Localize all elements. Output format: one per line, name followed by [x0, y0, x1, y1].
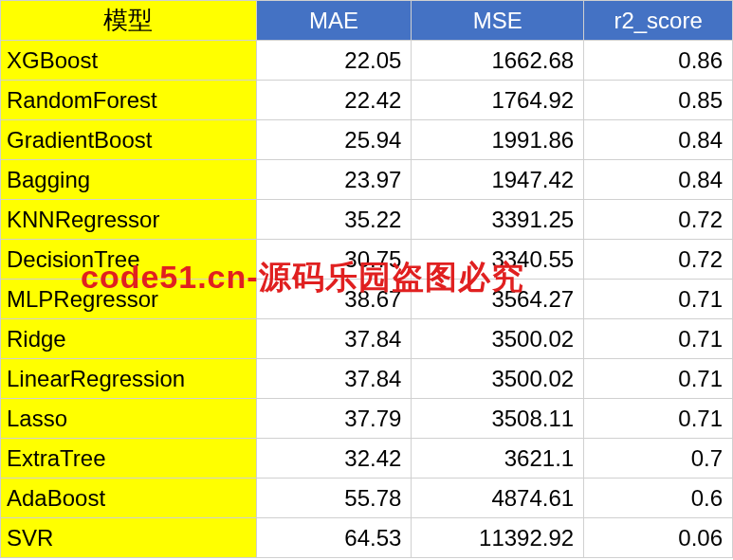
- table-row: RandomForest22.421764.920.85: [1, 81, 733, 120]
- mse-cell: 3500.02: [412, 359, 584, 399]
- header-r2: r2_score: [584, 1, 733, 41]
- r2-cell: 0.84: [584, 120, 733, 160]
- mae-cell: 37.84: [256, 359, 412, 399]
- model-name-cell: GradientBoost: [1, 120, 257, 160]
- mse-cell: 1662.68: [412, 41, 584, 81]
- r2-cell: 0.84: [584, 160, 733, 200]
- r2-cell: 0.72: [584, 200, 733, 240]
- table-row: ExtraTree32.423621.10.7: [1, 439, 733, 479]
- mae-cell: 25.94: [256, 120, 412, 160]
- model-metrics-table: 模型 MAE MSE r2_score XGBoost22.051662.680…: [0, 0, 733, 558]
- r2-cell: 0.7: [584, 439, 733, 479]
- mse-cell: 11392.92: [412, 518, 584, 558]
- r2-cell: 0.85: [584, 81, 733, 120]
- model-name-cell: RandomForest: [1, 81, 257, 120]
- mae-cell: 23.97: [256, 160, 412, 200]
- mse-cell: 1947.42: [412, 160, 584, 200]
- mae-cell: 32.42: [256, 439, 412, 479]
- table-row: Ridge37.843500.020.71: [1, 319, 733, 359]
- mse-cell: 3500.02: [412, 319, 584, 359]
- table-row: DecisionTree30.753340.550.72: [1, 240, 733, 280]
- r2-cell: 0.72: [584, 240, 733, 280]
- r2-cell: 0.71: [584, 359, 733, 399]
- mae-cell: 37.84: [256, 319, 412, 359]
- mae-cell: 38.67: [256, 280, 412, 319]
- model-name-cell: ExtraTree: [1, 439, 257, 479]
- mse-cell: 4874.61: [412, 479, 584, 518]
- model-name-cell: MLPRegressor: [1, 280, 257, 319]
- table-row: Lasso37.793508.110.71: [1, 399, 733, 439]
- r2-cell: 0.86: [584, 41, 733, 81]
- model-name-cell: DecisionTree: [1, 240, 257, 280]
- mae-cell: 22.05: [256, 41, 412, 81]
- table-row: MLPRegressor38.673564.270.71: [1, 280, 733, 319]
- mse-cell: 1991.86: [412, 120, 584, 160]
- table-row: KNNRegressor35.223391.250.72: [1, 200, 733, 240]
- model-name-cell: SVR: [1, 518, 257, 558]
- table-row: AdaBoost55.784874.610.6: [1, 479, 733, 518]
- mae-cell: 64.53: [256, 518, 412, 558]
- mae-cell: 55.78: [256, 479, 412, 518]
- table-row: SVR64.5311392.920.06: [1, 518, 733, 558]
- mae-cell: 30.75: [256, 240, 412, 280]
- model-name-cell: XGBoost: [1, 41, 257, 81]
- header-mae: MAE: [256, 1, 412, 41]
- model-name-cell: Lasso: [1, 399, 257, 439]
- model-name-cell: LinearRegression: [1, 359, 257, 399]
- mae-cell: 35.22: [256, 200, 412, 240]
- mse-cell: 1764.92: [412, 81, 584, 120]
- model-name-cell: KNNRegressor: [1, 200, 257, 240]
- mse-cell: 3391.25: [412, 200, 584, 240]
- model-name-cell: AdaBoost: [1, 479, 257, 518]
- mae-cell: 37.79: [256, 399, 412, 439]
- r2-cell: 0.06: [584, 518, 733, 558]
- r2-cell: 0.71: [584, 319, 733, 359]
- model-name-cell: Ridge: [1, 319, 257, 359]
- table-row: LinearRegression37.843500.020.71: [1, 359, 733, 399]
- mse-cell: 3621.1: [412, 439, 584, 479]
- table-header-row: 模型 MAE MSE r2_score: [1, 1, 733, 41]
- r2-cell: 0.71: [584, 280, 733, 319]
- mse-cell: 3340.55: [412, 240, 584, 280]
- r2-cell: 0.6: [584, 479, 733, 518]
- mae-cell: 22.42: [256, 81, 412, 120]
- mse-cell: 3508.11: [412, 399, 584, 439]
- table-row: XGBoost22.051662.680.86: [1, 41, 733, 81]
- header-mse: MSE: [412, 1, 584, 41]
- r2-cell: 0.71: [584, 399, 733, 439]
- table-row: GradientBoost25.941991.860.84: [1, 120, 733, 160]
- model-name-cell: Bagging: [1, 160, 257, 200]
- mse-cell: 3564.27: [412, 280, 584, 319]
- header-model: 模型: [1, 1, 257, 41]
- table-row: Bagging23.971947.420.84: [1, 160, 733, 200]
